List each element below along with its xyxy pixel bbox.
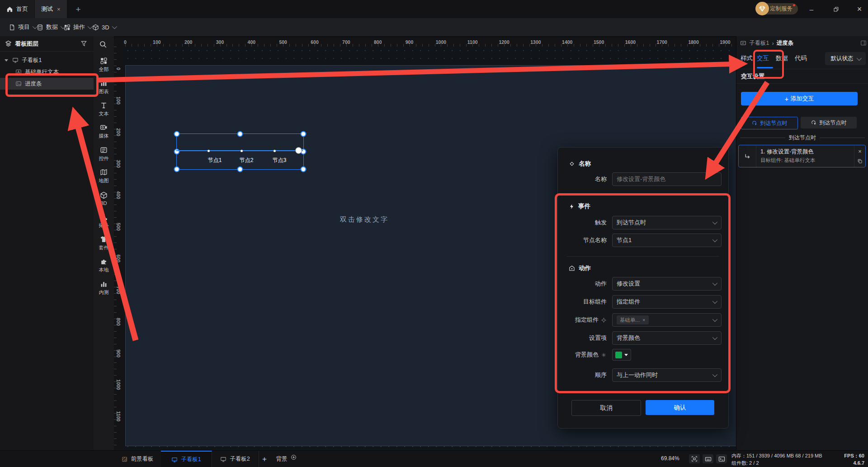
toolbox-item-label: 控件 bbox=[99, 155, 109, 162]
selection-handle[interactable] bbox=[174, 167, 180, 172]
selection-handle[interactable] bbox=[301, 167, 307, 172]
layer-item-子看板1[interactable]: 子看板1 bbox=[0, 54, 98, 66]
trigger-chip-2[interactable]: 到达节点时 bbox=[801, 117, 857, 129]
cancel-button[interactable]: 取消 bbox=[571, 400, 641, 416]
select-动作[interactable]: 修改设置 bbox=[612, 277, 722, 291]
toolbox-item-套件[interactable]: 套件 bbox=[94, 233, 114, 253]
interaction-item-card[interactable]: 1. 修改设置-背景颜色 目标组件: 基础单行文本 × bbox=[738, 145, 866, 167]
chart-icon bbox=[100, 280, 108, 288]
inspector-tab-样式[interactable]: 样式 bbox=[741, 54, 753, 62]
toolbox-item-控件[interactable]: 控件 bbox=[94, 143, 114, 164]
version-info: 4.6.7 bbox=[844, 459, 864, 467]
select-指定组件[interactable]: 基础单...× bbox=[612, 313, 722, 327]
v-ruler-label: 800 bbox=[116, 315, 121, 329]
state-select[interactable]: 默认状态 bbox=[825, 52, 866, 65]
select-目标组件[interactable]: 指定组件 bbox=[612, 295, 722, 309]
background-sheet-tab[interactable]: 背景 bbox=[271, 451, 301, 467]
select-触发[interactable]: 到达节点时 bbox=[612, 216, 722, 229]
toolbox-item-内测[interactable]: 内测 bbox=[94, 277, 114, 298]
return-arrow-icon bbox=[739, 145, 756, 167]
zoom-level[interactable]: 69.84% bbox=[661, 455, 679, 462]
unlock-icon[interactable] bbox=[741, 72, 864, 79]
select-顺序[interactable]: 与上一动作同时 bbox=[612, 368, 722, 382]
restore-icon bbox=[833, 6, 839, 12]
widget-icon bbox=[100, 146, 108, 154]
delete-interaction-icon[interactable]: × bbox=[858, 148, 862, 154]
toolbox-item-拓扑[interactable]: 拓扑 bbox=[94, 210, 114, 231]
name-input[interactable]: 修改设置-背景颜色 bbox=[612, 172, 722, 186]
toolbox-item-媒体[interactable]: 媒体 bbox=[94, 121, 114, 142]
inspector-tab-代码[interactable]: 代码 bbox=[795, 54, 807, 62]
plus-circle-icon[interactable] bbox=[291, 454, 297, 460]
keyboard-icon[interactable] bbox=[703, 454, 713, 463]
h-ruler-label: 400 bbox=[248, 39, 256, 45]
action-section-header: 动作 bbox=[569, 264, 591, 272]
sheet-tab-前景看板[interactable]: 前景看板 bbox=[114, 451, 161, 467]
select-value: 背景颜色 bbox=[617, 334, 640, 342]
search-icon[interactable] bbox=[99, 40, 107, 48]
toolbox-item-label: 地图 bbox=[99, 177, 109, 184]
add-interaction-button[interactable]: + 添加交互 bbox=[741, 92, 858, 105]
confirm-button[interactable]: 确认 bbox=[646, 400, 714, 415]
inspector-tab-数据[interactable]: 数据 bbox=[776, 54, 788, 62]
breadcrumb-parent[interactable]: 子看板1 bbox=[749, 39, 769, 47]
dialog-row-名称: 名称修改设置-背景颜色 bbox=[558, 172, 728, 186]
toolbox-item-文本[interactable]: 文本 bbox=[94, 99, 114, 120]
statusbar: 前景看板子看板1子看板2 + 背景 69.84% 内存：151 / 3939 /… bbox=[0, 450, 868, 467]
horizontal-ruler: 0100200300400500600700800900100011001200… bbox=[114, 38, 736, 47]
menubar: 项目数据操作3D 发布 云托管 预览 bbox=[0, 18, 868, 37]
selection-handle[interactable] bbox=[174, 149, 180, 155]
layer-item-基础单行文本[interactable]: 基础单行文本 bbox=[0, 66, 109, 78]
grid-icon bbox=[100, 57, 108, 65]
add-sheet-button[interactable]: + bbox=[259, 451, 270, 467]
trigger-chip-1[interactable]: 到达节点时 bbox=[741, 117, 798, 129]
selection-handle[interactable] bbox=[301, 131, 307, 137]
close-tab-icon[interactable]: × bbox=[57, 6, 61, 13]
dialog-row-节点名称: 节点名称节点1 bbox=[558, 234, 728, 247]
caret-down-icon[interactable] bbox=[5, 59, 8, 62]
new-tab-button[interactable]: + bbox=[72, 4, 84, 15]
toolbox-item-label: 本地 bbox=[99, 267, 109, 273]
dialog-row-设置项: 设置项背景颜色 bbox=[558, 331, 728, 345]
app-window: 首页 测试 × + 定制服务 – × 项目数据操作3D 发布 云托管 预 bbox=[0, 0, 868, 467]
chevron-down-icon bbox=[712, 237, 717, 242]
close-window-button[interactable]: × bbox=[853, 3, 866, 15]
chart-icon bbox=[100, 79, 108, 87]
tab-home[interactable]: 首页 bbox=[0, 0, 34, 18]
home-icon bbox=[6, 6, 13, 13]
restore-button[interactable] bbox=[829, 3, 843, 15]
canvas-text-component[interactable]: 双击修改文字 bbox=[340, 215, 389, 224]
toolbox-item-本地[interactable]: 本地 bbox=[94, 255, 114, 276]
toolbox-item-label: 全部 bbox=[99, 66, 109, 73]
select-节点名称[interactable]: 节点1 bbox=[612, 234, 722, 247]
component-toolbox: 全部图表文本媒体控件地图3D拓扑套件本地内测 bbox=[94, 36, 114, 450]
collapse-panel-icon[interactable] bbox=[860, 40, 867, 46]
sheet-tab-子看板2[interactable]: 子看板2 bbox=[212, 451, 259, 467]
toolbox-item-全部[interactable]: 全部 bbox=[94, 54, 114, 75]
minimize-button[interactable]: – bbox=[805, 3, 818, 15]
toolbox-item-图表[interactable]: 图表 bbox=[94, 76, 114, 97]
tab-test[interactable]: 测试 × bbox=[35, 0, 67, 18]
h-ruler-label: 1900 bbox=[720, 39, 730, 45]
layer-item-进度条[interactable]: 进度条 bbox=[0, 78, 109, 90]
sheet-tab-子看板1[interactable]: 子看板1 bbox=[161, 451, 212, 467]
select-设置项[interactable]: 背景颜色 bbox=[612, 331, 722, 345]
toolbox-item-地图[interactable]: 地图 bbox=[94, 166, 114, 187]
selection-handle[interactable] bbox=[174, 131, 180, 137]
v-ruler-label: 100 bbox=[116, 94, 121, 107]
toolbox-item-label: 文本 bbox=[99, 110, 109, 117]
color-picker[interactable] bbox=[612, 349, 631, 361]
custom-service-badge[interactable]: 定制服务 bbox=[756, 3, 798, 14]
menu-item-4[interactable]: 3D bbox=[90, 18, 118, 36]
copy-icon[interactable] bbox=[857, 158, 863, 164]
remove-tag-icon[interactable]: × bbox=[642, 317, 645, 323]
filter-icon[interactable] bbox=[80, 40, 87, 47]
selection-rect[interactable] bbox=[176, 133, 304, 170]
fit-screen-icon[interactable] bbox=[689, 454, 700, 463]
selection-handle[interactable] bbox=[237, 131, 243, 137]
toolbox-item-3D[interactable]: 3D bbox=[94, 188, 114, 209]
inspector-tab-交互[interactable]: 交互 bbox=[757, 54, 769, 62]
progressbar-line bbox=[176, 150, 303, 151]
terminal-icon[interactable] bbox=[716, 454, 727, 463]
selection-handle[interactable] bbox=[237, 167, 243, 172]
